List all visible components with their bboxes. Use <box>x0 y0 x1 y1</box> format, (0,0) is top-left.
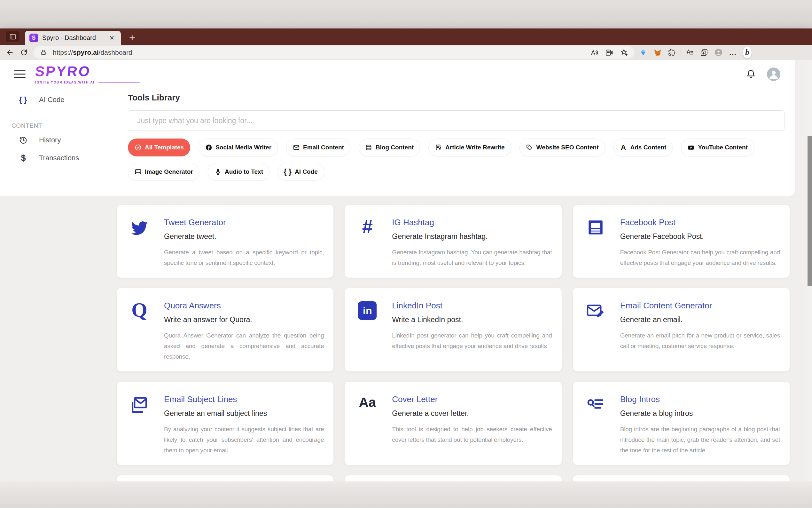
scrollbar-track[interactable] <box>807 60 812 481</box>
dollar-icon: $ <box>18 153 29 163</box>
tool-card-title[interactable]: Cover Letter <box>392 394 552 405</box>
filter-chip-article-write-rewrite[interactable]: Article Write Rewrite <box>428 138 511 157</box>
browser-tab-bar: S Spyro - Dashboard ✕ + <box>0 29 812 45</box>
tool-card-ig-hashtag[interactable]: # IG Hashtag Generate Instagram hashtag.… <box>345 205 561 278</box>
hashtag-icon: # <box>357 217 378 268</box>
user-avatar[interactable] <box>767 68 780 81</box>
check-circle-icon <box>134 144 142 151</box>
letters-aa-icon: Aa <box>357 394 378 456</box>
tool-card-description: This tool is designed to help job seeker… <box>392 424 552 445</box>
filter-chip-audio-to-text[interactable]: Audio to Text <box>208 163 270 181</box>
browser-window: S Spyro - Dashboard ✕ + https://spyro.ai… <box>0 29 812 481</box>
filter-chip-social-media-writer[interactable]: Social Media Writer <box>198 138 278 157</box>
tool-card-tweet-generator[interactable]: Tweet Generator Generate tweet. Generate… <box>117 205 333 278</box>
tool-card-title[interactable]: Quora Answers <box>164 301 324 311</box>
search-input[interactable] <box>128 110 785 131</box>
site-favicon-icon: S <box>30 34 38 42</box>
sidebar-item-history[interactable]: History <box>0 131 117 149</box>
tool-card-blog-ideas[interactable]: Blog Ideas Generate blog ideas Blog idea… <box>117 475 333 481</box>
add-favorite-icon[interactable] <box>620 48 628 57</box>
tool-card-description: Quora Answer Generator can analyze the q… <box>164 331 324 362</box>
linkedin-icon: in <box>357 301 378 362</box>
blog-intro-icon <box>585 394 606 456</box>
extension-icons <box>639 48 676 57</box>
collections-icon[interactable] <box>700 48 708 57</box>
notifications-bell-icon[interactable] <box>746 69 756 79</box>
tool-card-quora-answers[interactable]: Q Quora Answers Write an answer for Quor… <box>117 288 333 371</box>
tool-card-blog-intros[interactable]: Blog Intros Generate a blog intros Blog … <box>573 382 790 465</box>
tool-card-subtitle: Generate Facebook Post. <box>620 232 780 241</box>
sidebar-item-ai-code[interactable]: { } AI Code <box>0 91 117 109</box>
filter-chip-youtube-content[interactable]: YouTube Content <box>681 138 754 157</box>
tool-card-title[interactable]: Email Subject Lines <box>164 394 324 405</box>
app-header: SPYRO IGNITE YOUR IDEAS WITH AI <box>0 60 795 88</box>
tool-card-title[interactable]: Email Content Generator <box>620 301 780 311</box>
email-pencil-icon <box>585 301 606 362</box>
metamask-icon[interactable] <box>653 48 662 57</box>
filter-chip-blog-content[interactable]: Blog Content <box>359 138 420 157</box>
logo-text: SPYRO <box>35 64 92 78</box>
youtube-icon <box>687 144 695 151</box>
extensions-puzzle-icon[interactable] <box>668 48 676 57</box>
sidebar-item-transactions[interactable]: $ Transactions <box>0 149 117 167</box>
toolbar-right-icons: …b <box>685 48 752 57</box>
filter-chip-ai-code[interactable]: { } AI Code <box>278 163 324 181</box>
tool-card-subtitle: Generate Instagram hashtag. <box>392 232 552 241</box>
favorites-list-icon[interactable] <box>685 48 694 57</box>
mail-icon <box>292 144 300 151</box>
tool-card-title[interactable]: Facebook Post <box>620 217 780 227</box>
pencil-note-icon <box>435 144 442 151</box>
tool-card-title[interactable]: LinkedIn Post <box>392 301 552 311</box>
tool-card-title[interactable]: IG Hashtag <box>392 217 552 227</box>
facebook-circle-icon <box>205 144 212 151</box>
tool-card-facebook-post[interactable]: Facebook Post Generate Facebook Post. Fa… <box>573 205 790 278</box>
tool-card-email-subject-lines[interactable]: Email Subject Lines Generate an email su… <box>117 382 333 465</box>
workspaces-icon[interactable] <box>6 31 20 43</box>
back-icon[interactable] <box>5 48 15 57</box>
new-tab-icon[interactable]: + <box>129 33 135 43</box>
scrollbar-thumb[interactable] <box>808 136 812 286</box>
filter-chip-ads-content[interactable]: A Ads Content <box>614 138 673 157</box>
browser-tab[interactable]: S Spyro - Dashboard ✕ <box>25 31 121 45</box>
refresh-icon[interactable] <box>19 48 29 57</box>
lock-icon[interactable] <box>39 48 48 57</box>
twitter-bird-icon <box>129 217 150 268</box>
tool-card-email-content-generator[interactable]: Email Content Generator Generate an emai… <box>573 288 790 371</box>
hamburger-menu-icon[interactable] <box>14 70 26 78</box>
logo-tagline: IGNITE YOUR IDEAS WITH AI <box>35 80 95 84</box>
close-tab-icon[interactable]: ✕ <box>107 34 116 42</box>
tool-card-description: LinkedIn post generator can help you cra… <box>392 331 552 351</box>
settings-ellipsis-icon[interactable]: … <box>728 48 737 57</box>
url-text: https://spyro.ai/dashboard <box>53 49 132 56</box>
quora-icon: Q <box>129 301 150 362</box>
page-top-panel: SPYRO IGNITE YOUR IDEAS WITH AI { } AI C… <box>0 60 795 196</box>
address-bar[interactable]: https://spyro.ai/dashboard <box>33 46 634 58</box>
app-logo[interactable]: SPYRO IGNITE YOUR IDEAS WITH AI <box>35 64 140 84</box>
page-viewport: SPYRO IGNITE YOUR IDEAS WITH AI { } AI C… <box>0 60 812 481</box>
wallet-extension-icon[interactable] <box>639 48 648 57</box>
filter-chip-website-seo-content[interactable]: Website SEO Content <box>520 138 605 157</box>
filter-chip-image-generator[interactable]: Image Generator <box>128 163 199 181</box>
tool-card-linkedin-post[interactable]: in LinkedIn Post Write a LinkedIn post. … <box>345 288 561 371</box>
read-aloud-icon[interactable] <box>590 48 599 57</box>
filter-chip-email-content[interactable]: Email Content <box>286 138 350 157</box>
tool-card-title[interactable]: Tweet Generator <box>164 217 324 227</box>
tool-card-description: Generate Instagram hashtag. You can gene… <box>392 247 552 268</box>
tool-card-title[interactable]: Blog Intros <box>620 394 780 405</box>
code-braces-icon: { } <box>284 168 292 176</box>
microphone-icon <box>214 168 222 176</box>
immersive-reader-icon[interactable] <box>605 48 614 57</box>
tool-card-blog-outlines[interactable]: Blog Outlines Generate blog outlines. Bl… <box>345 475 561 481</box>
sidebar: { } AI CodeCONTENT History $ Transaction… <box>0 88 117 167</box>
bing-chat-icon[interactable]: b <box>743 48 752 57</box>
tool-card-grid: Tweet Generator Generate tweet. Generate… <box>117 205 790 481</box>
image-icon <box>134 168 142 176</box>
envelope-stack-icon <box>129 394 150 456</box>
browser-profile-icon[interactable] <box>714 48 723 57</box>
tools-library-section: Tools Library All Templates Social Media… <box>117 88 795 181</box>
tool-card-subtitle: Generate an email subject lines <box>164 409 324 418</box>
tool-card-cover-letter[interactable]: Aa Cover Letter Generate a cover letter.… <box>345 382 561 465</box>
tool-card-subtitle: Write a LinkedIn post. <box>392 315 552 324</box>
filter-chip-all-templates[interactable]: All Templates <box>128 138 190 157</box>
tool-card-blog-post[interactable]: Blog Post Generate details blog post. A … <box>573 475 790 481</box>
